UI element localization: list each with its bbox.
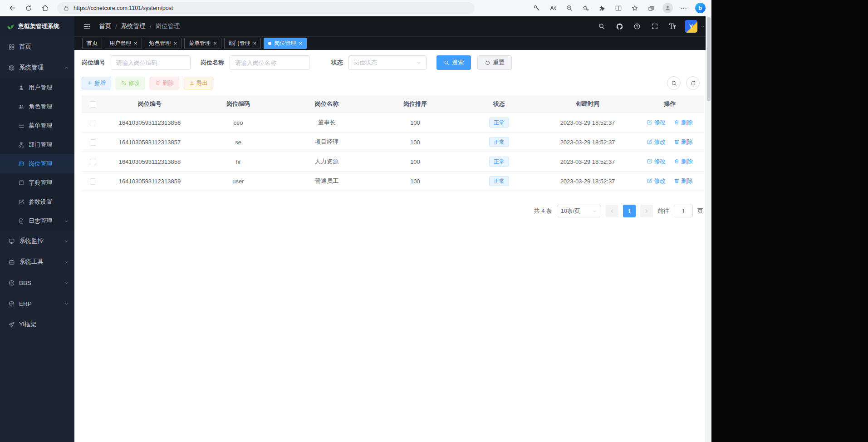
sidebar-item-system-mgmt[interactable]: 系统管理 <box>0 57 74 78</box>
profile-avatar[interactable] <box>661 2 674 15</box>
cell-post-id: 1641030593112313856 <box>104 113 195 133</box>
sidebar-item-menu-mgmt[interactable]: 菜单管理 <box>0 116 74 135</box>
fullscreen-icon[interactable] <box>649 21 660 32</box>
reset-button[interactable]: 重置 <box>477 55 512 70</box>
select-all-checkbox[interactable] <box>90 101 96 108</box>
split-screen-icon[interactable] <box>612 2 625 15</box>
collections-icon[interactable] <box>644 2 658 15</box>
tab-close-icon[interactable] <box>134 40 137 46</box>
sidebar-item-system-tools[interactable]: 系统工具 <box>0 251 74 272</box>
tab-home[interactable]: 首页 <box>82 38 102 49</box>
col-status: 状态 <box>458 95 540 113</box>
sidebar-item-post-mgmt[interactable]: 岗位管理 <box>0 154 74 173</box>
cell-post-name: 董事长 <box>281 113 372 133</box>
post-name-input[interactable] <box>230 55 309 70</box>
sidebar-item-param-settings[interactable]: 参数设置 <box>0 192 74 211</box>
browser-menu-icon[interactable] <box>677 2 691 15</box>
toggle-search-button[interactable] <box>667 76 681 90</box>
status-select[interactable]: 岗位状态 <box>348 55 427 70</box>
table-toolbar: 新增 修改 删除 导出 <box>82 76 704 90</box>
github-icon[interactable] <box>614 21 625 32</box>
add-favorite-icon[interactable] <box>579 2 593 15</box>
tab-dept-mgmt[interactable]: 部门管理 <box>224 38 261 49</box>
sidebar-item-dept-mgmt[interactable]: 部门管理 <box>0 135 74 154</box>
refresh-table-button[interactable] <box>686 76 700 90</box>
browser-toolbar: https://ccnetcore.com:1101/system/post <box>0 0 711 16</box>
tab-role-mgmt[interactable]: 角色管理 <box>145 38 182 49</box>
zoom-out-icon[interactable] <box>563 2 576 15</box>
sidebar-item-erp[interactable]: ERP <box>0 293 74 314</box>
scrollbar-thumb[interactable] <box>707 17 711 101</box>
navbar-right <box>596 20 705 33</box>
row-edit-link[interactable]: 修改 <box>647 157 666 166</box>
breadcrumb-home[interactable]: 首页 <box>99 22 111 30</box>
tab-close-icon[interactable] <box>299 40 302 46</box>
header-search-icon[interactable] <box>596 21 607 32</box>
prev-page-button[interactable] <box>606 205 618 217</box>
edit-button[interactable]: 修改 <box>116 77 145 89</box>
row-edit-link[interactable]: 修改 <box>647 138 666 146</box>
address-bar[interactable]: https://ccnetcore.com:1101/system/post <box>57 2 475 14</box>
read-aloud-icon[interactable] <box>546 2 560 15</box>
cell-post-name: 项目经理 <box>281 133 372 152</box>
copilot-bing-icon[interactable] <box>693 2 707 15</box>
sidebar-item-yi-framework[interactable]: Yi框架 <box>0 314 74 335</box>
sidebar-item-role-mgmt[interactable]: 角色管理 <box>0 97 74 116</box>
tab-close-icon[interactable] <box>213 40 217 46</box>
extensions-icon[interactable] <box>595 2 609 15</box>
back-button[interactable] <box>5 2 20 15</box>
sidebar-item-user-mgmt[interactable]: 用户管理 <box>0 78 74 97</box>
goto-page-input[interactable] <box>674 205 693 217</box>
add-button[interactable]: 新增 <box>82 77 111 89</box>
row-delete-link[interactable]: 删除 <box>674 118 693 127</box>
app-logo[interactable]: 意框架管理系统 <box>0 16 74 36</box>
sidebar-item-dict-mgmt[interactable]: 字典管理 <box>0 173 74 192</box>
tab-user-mgmt[interactable]: 用户管理 <box>105 38 142 49</box>
back-icon <box>9 4 16 12</box>
document-icon <box>18 218 25 224</box>
export-button[interactable]: 导出 <box>184 77 213 89</box>
row-edit-link[interactable]: 修改 <box>647 177 666 185</box>
user-avatar[interactable] <box>685 20 705 33</box>
chevron-down-icon <box>64 219 69 224</box>
next-page-button[interactable] <box>640 205 653 217</box>
sidebar-menu: 首页 系统管理 用户管理 角色管理 <box>0 36 74 335</box>
sidebar-item-home[interactable]: 首页 <box>0 36 74 57</box>
sidebar-toggle[interactable] <box>81 20 93 32</box>
breadcrumb-system-mgmt[interactable]: 系统管理 <box>121 22 146 30</box>
search-button[interactable]: 搜索 <box>436 55 471 70</box>
status-label: 状态 <box>331 59 343 67</box>
row-checkbox[interactable] <box>90 178 96 185</box>
top-navbar: 首页 系统管理 岗位管理 <box>74 16 711 36</box>
tab-close-icon[interactable] <box>174 40 177 46</box>
sidebar-item-log-mgmt[interactable]: 日志管理 <box>0 211 74 231</box>
chevron-down-icon <box>64 260 69 265</box>
page-size-select[interactable]: 10条/页 <box>557 205 601 217</box>
trash-icon <box>674 178 680 184</box>
tab-close-icon[interactable] <box>253 40 257 46</box>
page-scrollbar[interactable] <box>706 16 711 442</box>
tab-menu-mgmt[interactable]: 菜单管理 <box>184 38 221 49</box>
row-delete-link[interactable]: 删除 <box>674 138 693 146</box>
refresh-button[interactable] <box>21 2 36 15</box>
tab-post-mgmt[interactable]: 岗位管理 <box>264 38 307 49</box>
page-1-button[interactable]: 1 <box>623 205 636 217</box>
row-edit-link[interactable]: 修改 <box>647 118 666 127</box>
row-checkbox[interactable] <box>90 139 96 146</box>
home-button[interactable] <box>37 2 53 15</box>
breadcrumb-current: 岗位管理 <box>156 22 180 30</box>
sidebar-item-bbs[interactable]: BBS <box>0 272 74 293</box>
password-key-icon[interactable] <box>530 2 544 15</box>
sidebar-item-system-monitor[interactable]: 系统监控 <box>0 231 74 251</box>
font-size-icon[interactable] <box>667 21 678 32</box>
delete-button[interactable]: 删除 <box>150 77 179 89</box>
active-tab-dot <box>268 42 271 45</box>
help-icon[interactable] <box>632 21 642 32</box>
post-code-input[interactable] <box>111 55 191 70</box>
row-checkbox[interactable] <box>90 159 96 165</box>
row-checkbox[interactable] <box>90 120 96 126</box>
chevron-down-icon <box>700 24 705 29</box>
row-delete-link[interactable]: 删除 <box>674 157 693 166</box>
favorites-icon[interactable] <box>628 2 642 15</box>
row-delete-link[interactable]: 删除 <box>674 177 693 185</box>
